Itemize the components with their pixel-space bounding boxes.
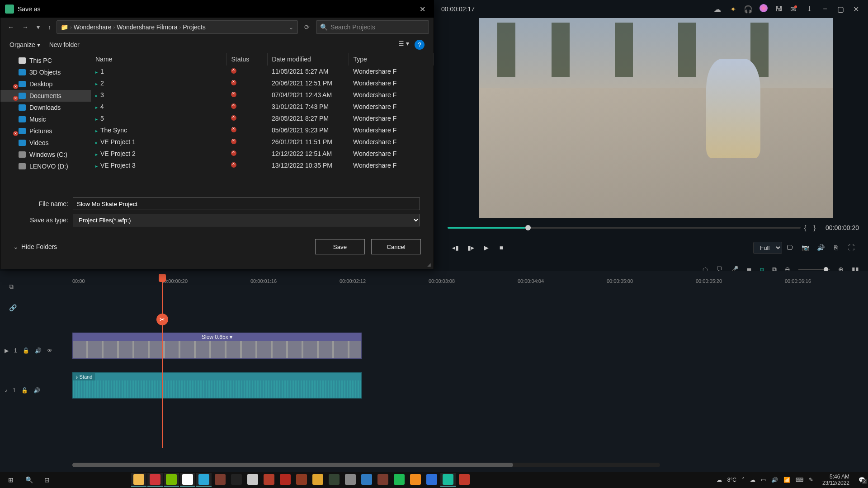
taskbar-app[interactable] xyxy=(457,473,472,487)
taskbar-app[interactable] xyxy=(310,473,326,487)
scissors-icon[interactable]: ✂ xyxy=(156,314,168,325)
col-date[interactable]: Date modified xyxy=(267,53,349,66)
tree-node[interactable]: LENOVO (D:) xyxy=(0,160,91,172)
prev-frame-button[interactable]: ◂▮ xyxy=(448,244,463,251)
hide-folders-button[interactable]: Hide Folders xyxy=(21,243,57,250)
mark-out-button[interactable]: } xyxy=(813,224,816,231)
snapshot-icon[interactable]: 📷 xyxy=(797,244,813,251)
taskbar-app[interactable] xyxy=(245,473,260,487)
save-button[interactable]: Save xyxy=(315,239,365,254)
taskbar-app[interactable] xyxy=(408,473,423,487)
up-button[interactable]: ↑ xyxy=(45,22,54,33)
mail-icon[interactable]: ✉ xyxy=(787,5,802,14)
tree-node[interactable]: ✕Desktop xyxy=(0,78,91,90)
eye-icon[interactable]: 👁 xyxy=(47,347,52,354)
breadcrumb-seg[interactable]: Wondershare xyxy=(74,23,112,31)
breadcrumb-seg[interactable]: Projects xyxy=(183,23,206,31)
breadcrumb-seg[interactable]: Wondershare Filmora xyxy=(117,23,177,31)
col-name[interactable]: Name xyxy=(91,53,226,66)
weather-icon[interactable]: ☁ xyxy=(717,477,722,483)
taskbar-app[interactable] xyxy=(229,473,244,487)
preview-quality-select[interactable]: Full xyxy=(753,242,782,254)
volume-icon[interactable]: 🔊 xyxy=(813,244,828,251)
cancel-button[interactable]: Cancel xyxy=(371,239,421,254)
sound-icon[interactable]: 🔊 xyxy=(771,477,778,483)
taskbar-app[interactable] xyxy=(375,473,391,487)
clock[interactable]: 5:46 AM 23/12/2022 xyxy=(822,474,849,486)
display-icon[interactable]: 🖵 xyxy=(782,244,797,251)
taskbar[interactable]: ⊞ 🔍 ⊟ ☁ 8°C ˄ ☁ ▭ 🔊 📶 ⌨ ✎ 5:46 AM 23/12/… xyxy=(0,472,868,488)
file-name-input[interactable] xyxy=(73,197,420,210)
export-icon[interactable]: ⎘ xyxy=(828,244,844,251)
col-type[interactable]: Type xyxy=(349,53,434,66)
taskbar-app[interactable] xyxy=(440,473,456,487)
taskbar-app[interactable] xyxy=(261,473,277,487)
taskbar-app[interactable] xyxy=(164,473,179,487)
task-view-button[interactable]: ⊟ xyxy=(39,473,55,487)
save-type-select[interactable]: Project Files(*.wfp;) xyxy=(73,214,420,226)
tray-chevron-icon[interactable]: ˄ xyxy=(742,477,745,483)
play-button[interactable]: ▶ xyxy=(478,244,494,251)
cloud-icon[interactable]: ☁ xyxy=(710,5,725,14)
taskbar-app[interactable] xyxy=(326,473,342,487)
new-folder-button[interactable]: New folder xyxy=(49,41,80,48)
fullscreen-icon[interactable]: ⛶ xyxy=(844,244,859,251)
mute-icon[interactable]: 🔊 xyxy=(33,387,40,394)
taskbar-app[interactable] xyxy=(212,473,228,487)
taskbar-app[interactable] xyxy=(131,473,146,487)
file-row[interactable]: ▸VE Project 126/01/2021 11:51 PMWondersh… xyxy=(91,136,434,148)
taskbar-app[interactable] xyxy=(424,473,439,487)
maximize-icon[interactable]: ▢ xyxy=(833,5,848,14)
resize-grip-icon[interactable]: ◢ xyxy=(427,262,431,267)
preview-scrubber[interactable] xyxy=(448,227,801,229)
file-row[interactable]: ▸307/04/2021 12:43 AMWondershare F xyxy=(91,89,434,101)
tree-node[interactable]: Downloads xyxy=(0,102,91,113)
tree-node[interactable]: 3D Objects xyxy=(0,66,91,78)
file-row[interactable]: ▸The Sync05/06/2021 9:23 PMWondershare F xyxy=(91,124,434,136)
back-button[interactable]: ← xyxy=(5,22,17,33)
media-link-icon[interactable]: ⧉ xyxy=(9,283,17,291)
organize-menu[interactable]: Organize ▾ xyxy=(9,41,40,48)
zoom-slider[interactable] xyxy=(798,269,830,270)
video-track-header[interactable]: ▶ 1 🔓 🔊 👁 xyxy=(5,338,68,363)
minimize-icon[interactable]: − xyxy=(817,5,833,13)
file-list[interactable]: Name Status Date modified Type ▸111/05/2… xyxy=(91,53,434,193)
col-status[interactable]: Status xyxy=(226,53,267,66)
file-row[interactable]: ▸VE Project 313/12/2022 10:35 PMWondersh… xyxy=(91,160,434,171)
folder-tree[interactable]: This PC3D Objects✕Desktop✕DocumentsDownl… xyxy=(0,53,91,193)
taskbar-app[interactable] xyxy=(196,473,212,487)
headset-icon[interactable]: 🎧 xyxy=(741,5,756,14)
close-app-icon[interactable]: ✕ xyxy=(848,5,863,14)
taskbar-app[interactable] xyxy=(180,473,195,487)
tree-node[interactable]: Videos xyxy=(0,137,91,149)
close-dialog-button[interactable]: ✕ xyxy=(416,3,429,15)
tips-icon[interactable]: ✦ xyxy=(725,5,741,14)
file-row[interactable]: ▸111/05/2021 5:27 AMWondershare F xyxy=(91,66,434,77)
breadcrumb[interactable]: 📁› Wondershare› Wondershare Filmora› Pro… xyxy=(57,20,298,34)
taskbar-app[interactable] xyxy=(343,473,358,487)
mark-in-button[interactable]: { xyxy=(804,224,807,231)
audio-clip[interactable]: ♪ Stand xyxy=(72,372,362,399)
recent-button[interactable]: ▾ xyxy=(34,22,42,33)
audio-track-header[interactable]: ♪ 1 🔓 🔊 xyxy=(5,378,68,403)
file-row[interactable]: ▸220/06/2021 12:51 PMWondershare F xyxy=(91,77,434,89)
file-row[interactable]: ▸431/01/2021 7:43 PMWondershare F xyxy=(91,101,434,113)
clip-speed-label[interactable]: Slow 0.65x ▾ xyxy=(73,333,361,341)
lock-icon[interactable]: 🔓 xyxy=(23,347,29,354)
notifications-button[interactable]: 💬2 xyxy=(859,477,865,483)
next-frame-button[interactable]: ▮▸ xyxy=(463,244,478,251)
profile-icon[interactable] xyxy=(756,4,771,14)
search-input[interactable]: 🔍 Search Projects xyxy=(316,20,429,34)
search-button[interactable]: 🔍 xyxy=(21,473,37,487)
wifi-icon[interactable]: 📶 xyxy=(783,477,790,483)
download-icon[interactable]: ⭳ xyxy=(802,5,817,13)
timeline-hscroll[interactable] xyxy=(72,463,660,467)
pen-icon[interactable]: ✎ xyxy=(809,477,813,483)
chevron-down-icon[interactable]: ⌄ xyxy=(288,23,294,31)
lock-icon[interactable]: 🔓 xyxy=(21,387,28,394)
onedrive-icon[interactable]: ☁ xyxy=(750,477,755,483)
battery-icon[interactable]: ▭ xyxy=(761,477,766,483)
refresh-button[interactable]: ⟳ xyxy=(301,22,313,33)
video-clip[interactable]: Slow 0.65x ▾ xyxy=(72,333,362,359)
tree-node[interactable]: Music xyxy=(0,113,91,125)
